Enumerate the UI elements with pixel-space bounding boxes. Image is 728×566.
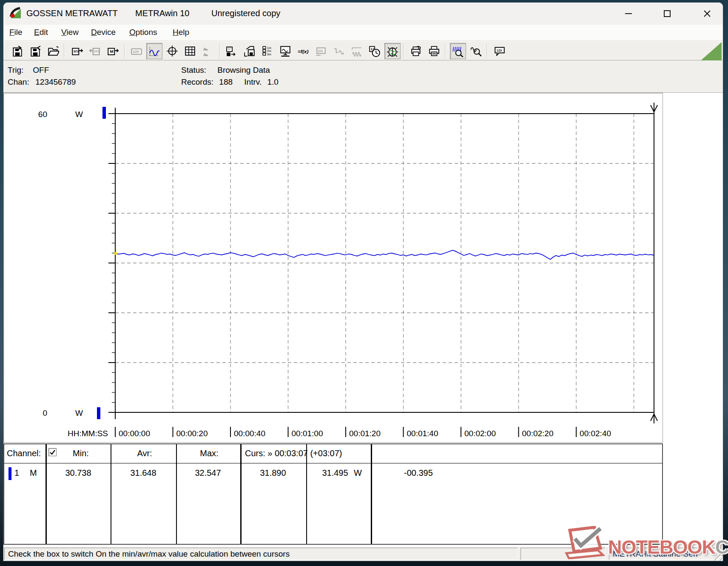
cursor-delta-value: -00.395 xyxy=(404,468,433,478)
table-separator xyxy=(111,444,111,544)
cursor-1-marker[interactable] xyxy=(114,252,117,255)
time-setup-button[interactable]: 12 xyxy=(367,43,383,59)
menu-file[interactable]: File xyxy=(7,27,25,38)
power-data-line xyxy=(115,250,654,259)
toolbar-separator xyxy=(219,44,220,58)
transfer-settings-button[interactable] xyxy=(224,43,240,59)
x-tick-bar xyxy=(230,427,231,437)
menu-edit[interactable]: Edit xyxy=(31,27,51,38)
toolbar-separator xyxy=(403,44,404,58)
interval-value: 1.0 xyxy=(267,77,278,86)
avr-value: 31.648 xyxy=(130,468,156,478)
zoom-time-icon xyxy=(452,45,464,57)
device-save-icon xyxy=(244,45,256,57)
column-header-min: Min: xyxy=(73,449,89,458)
menubar: FileEditViewDeviceOptionsHelp xyxy=(3,25,723,41)
measurement-table: Channel: Min: Avr: Max: Curs: » 00:03:07… xyxy=(3,443,663,545)
import-file-icon xyxy=(29,45,41,57)
x-tick-label: 00:00:40 xyxy=(234,429,265,438)
cursor-2-top-handle[interactable] xyxy=(651,103,657,114)
minimize-button[interactable] xyxy=(617,6,640,21)
menu-view[interactable]: View xyxy=(59,27,81,38)
close-button[interactable] xyxy=(696,6,718,21)
toolbar-separator xyxy=(64,44,65,58)
channel-setup-button[interactable]: 1xx2xx3xx xyxy=(259,43,276,59)
x-tick-bar xyxy=(115,427,116,437)
print-preview-button[interactable] xyxy=(408,43,424,59)
minmax-checkbox[interactable] xyxy=(48,448,57,456)
scale-top-marker[interactable] xyxy=(102,107,106,119)
y-min-label: 0 xyxy=(43,409,47,417)
table-separator xyxy=(176,444,177,544)
statusbar-empty-section xyxy=(520,548,606,560)
trig-value: OFF xyxy=(33,66,49,74)
x-tick-bar xyxy=(173,427,173,437)
open-folder-button[interactable] xyxy=(45,43,61,59)
menu-options[interactable]: Options xyxy=(127,27,159,38)
status-bar: Check the box to switch On the min/avr/m… xyxy=(3,546,723,561)
read-memory-button[interactable]: M xyxy=(105,43,121,59)
x-tick-label: 00:02:40 xyxy=(580,429,611,438)
open-folder-icon xyxy=(47,45,59,57)
app-window: GOSSEN METRAWATT METRAwin 10 Unregistere… xyxy=(3,3,723,561)
record-bug-button[interactable] xyxy=(384,43,401,59)
status-panel: Trig: OFF Chan: 123456789 Status: Browsi… xyxy=(3,60,723,93)
chart-panel: 60W0WHH:MM:SS00:00:0000:00:2000:00:4000:… xyxy=(3,93,663,443)
green-triangle-decoration xyxy=(700,42,722,61)
menu-device[interactable]: Device xyxy=(88,27,118,38)
histogram-view-button xyxy=(200,43,216,59)
send-device-button: 321 xyxy=(87,43,103,59)
desktop: GOSSEN METRAWATT METRAwin 10 Unregistere… xyxy=(0,0,728,566)
status-value: Browsing Data xyxy=(217,66,270,74)
x-tick-label: 00:01:00 xyxy=(292,429,323,438)
min-value: 30.738 xyxy=(65,468,91,478)
table-view-button[interactable] xyxy=(182,43,198,59)
read-memory-icon: M xyxy=(107,45,119,57)
cursor-2-bottom-handle[interactable] xyxy=(651,412,657,423)
svg-text:321: 321 xyxy=(318,49,323,53)
read-device-button[interactable]: 321 xyxy=(69,43,85,59)
y-unit-top-label: W xyxy=(75,110,83,119)
import-file-button[interactable] xyxy=(27,43,43,59)
scale-bottom-marker[interactable] xyxy=(97,407,100,419)
x-tick-bar xyxy=(576,427,577,437)
records-label: Records: xyxy=(181,77,213,87)
x-tick-label: 00:01:20 xyxy=(349,429,381,438)
formula-button[interactable]: =f(x) xyxy=(295,43,311,59)
menu-help[interactable]: Help xyxy=(170,27,192,38)
transfer-settings-icon xyxy=(226,45,238,57)
annotation-button[interactable]: 123 xyxy=(492,43,508,59)
numeric-display-button: 1257 xyxy=(128,43,145,59)
zoom-amplitude-button[interactable] xyxy=(468,43,484,59)
monitor-view-button[interactable] xyxy=(277,43,293,59)
curve-view-button[interactable] xyxy=(146,43,162,59)
column-header-max: Max: xyxy=(200,449,218,458)
y-unit-bottom-label: W xyxy=(75,409,83,417)
x-tick-label: 00:02:20 xyxy=(522,429,554,438)
scope-view-icon xyxy=(166,45,178,57)
titlebar-app-name: METRAwin 10 xyxy=(135,9,189,18)
annotation-icon: 123 xyxy=(494,45,506,57)
svg-text:2xx: 2xx xyxy=(267,49,272,52)
x-tick-label: 00:00:00 xyxy=(119,429,150,438)
maximize-button[interactable] xyxy=(656,6,678,21)
device-save-button[interactable] xyxy=(242,43,258,59)
chan-value: 123456789 xyxy=(35,77,76,86)
zoom-time-button[interactable] xyxy=(450,43,466,59)
cursor2-value: 31.495 xyxy=(322,468,348,478)
formula-icon: =f(x) xyxy=(297,45,309,57)
scope-view-button[interactable] xyxy=(164,43,180,59)
read-device-icon: 321 xyxy=(71,45,83,57)
print-preview-icon xyxy=(410,45,422,57)
channel-mode: M xyxy=(30,468,37,478)
svg-text:3xx: 3xx xyxy=(267,53,272,56)
record-bug-icon xyxy=(387,45,398,57)
export-file-icon xyxy=(11,45,23,57)
titlebar-brand: GOSSEN METRAWATT xyxy=(26,9,118,18)
print-button[interactable] xyxy=(426,43,442,59)
svg-text:1xx: 1xx xyxy=(267,46,272,49)
wave-pulse-button xyxy=(349,43,365,59)
table-separator xyxy=(240,444,242,544)
time-setup-icon: 12 xyxy=(369,45,381,57)
export-file-button[interactable] xyxy=(9,43,26,59)
